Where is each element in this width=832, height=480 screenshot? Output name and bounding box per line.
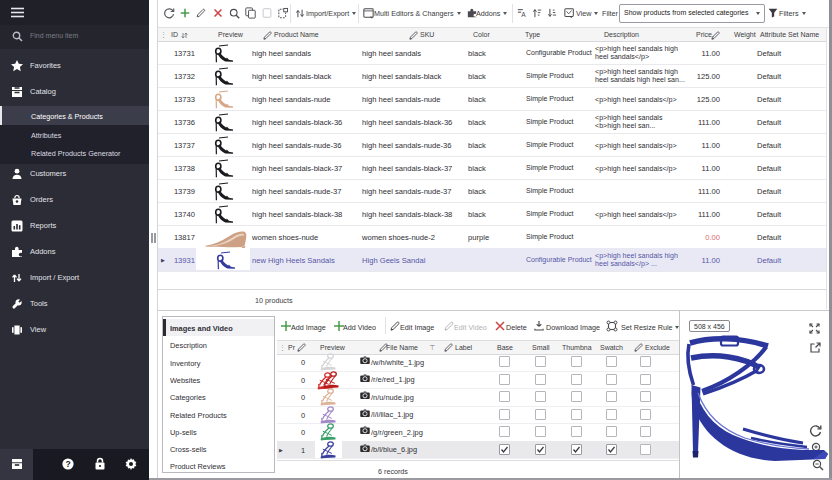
svg-text:?: ? xyxy=(65,459,70,469)
svg-text:A: A xyxy=(521,11,526,18)
